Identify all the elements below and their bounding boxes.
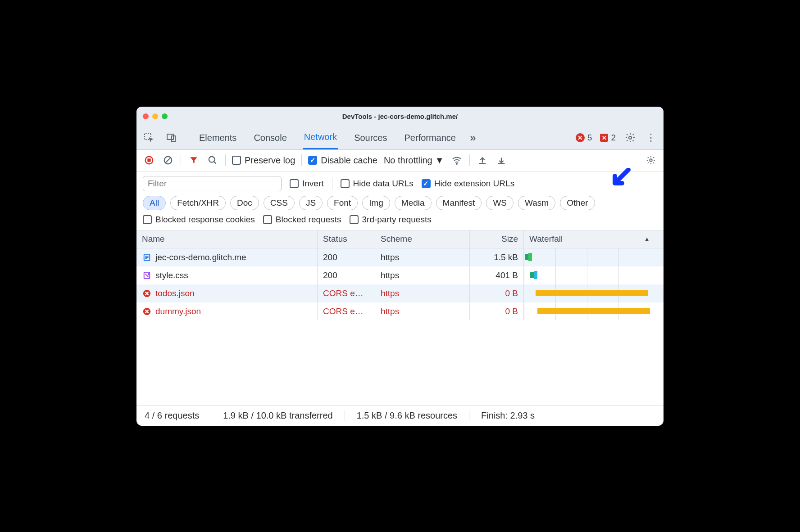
hide-ext-label: Hide extension URLs [434, 179, 514, 189]
table-row[interactable]: todos.jsonCORS e…https0 B [136, 284, 664, 302]
tab-console[interactable]: Console [253, 126, 287, 149]
disable-cache-checkbox[interactable]: Disable cache [308, 155, 377, 166]
table-row[interactable]: jec-cors-demo.glitch.me200https1.5 kB [136, 248, 664, 266]
cell-waterfall [524, 266, 664, 284]
svg-line-9 [214, 162, 216, 164]
filter-bar: Invert Hide data URLs Hide extension URL… [136, 171, 664, 230]
settings-icon[interactable] [624, 131, 636, 144]
svg-point-10 [456, 163, 457, 164]
col-size[interactable]: Size [470, 230, 524, 248]
status-finish: Finish: 2.93 s [481, 410, 535, 421]
throttling-select[interactable]: No throttling ▼ [384, 155, 444, 166]
tab-sources[interactable]: Sources [353, 126, 388, 149]
divider [332, 178, 332, 189]
hide-data-label: Hide data URLs [353, 179, 414, 189]
svg-rect-5 [147, 158, 150, 162]
type-filter-doc[interactable]: Doc [230, 196, 259, 210]
type-filter-wasm[interactable]: Wasm [518, 196, 555, 210]
col-waterfall[interactable]: Waterfall ▲ [524, 230, 664, 248]
cell-scheme: https [381, 271, 399, 280]
status-requests: 4 / 6 requests [145, 410, 199, 421]
preserve-log-checkbox[interactable]: Preserve log [232, 155, 295, 166]
col-scheme[interactable]: Scheme [375, 230, 470, 248]
table-row[interactable]: style.css200https401 B [136, 266, 664, 284]
zoom-window-button[interactable] [162, 113, 168, 119]
error-icon: ✕ [576, 133, 585, 142]
throttling-value: No throttling [384, 155, 432, 166]
upload-har-icon[interactable] [476, 154, 489, 167]
divider [469, 154, 470, 166]
filter-icon[interactable] [187, 154, 200, 167]
cell-size: 1.5 kB [494, 252, 518, 262]
table-row[interactable]: dummy.jsonCORS e…https0 B [136, 302, 664, 320]
download-har-icon[interactable] [495, 154, 508, 167]
network-toolbar: Preserve log Disable cache No throttling… [136, 150, 664, 171]
svg-point-3 [629, 136, 632, 139]
error-count: 5 [587, 133, 592, 143]
type-filter-other[interactable]: Other [560, 196, 595, 210]
svg-rect-1 [167, 134, 173, 140]
svg-line-7 [166, 158, 171, 163]
close-window-button[interactable] [143, 113, 149, 119]
type-filter-manifest[interactable]: Manifest [436, 196, 482, 210]
cell-size: 0 B [505, 289, 518, 298]
network-conditions-icon[interactable] [450, 154, 463, 167]
err-file-icon [142, 307, 152, 316]
divider [188, 132, 188, 144]
cell-scheme: https [381, 307, 399, 316]
tab-performance[interactable]: Performance [404, 126, 457, 149]
type-filter-css[interactable]: CSS [264, 196, 295, 210]
warning-count: 2 [611, 133, 616, 143]
more-tabs-icon[interactable]: » [467, 131, 479, 144]
titlebar: DevTools - jec-cors-demo.glitch.me/ [136, 107, 664, 126]
warning-badge[interactable]: ✕ 2 [600, 133, 616, 143]
chevron-down-icon: ▼ [435, 155, 444, 166]
svg-point-11 [650, 159, 652, 162]
cell-status: 200 [323, 271, 337, 280]
type-filter-ws[interactable]: WS [486, 196, 514, 210]
cell-scheme: https [381, 252, 399, 262]
type-filter-media[interactable]: Media [395, 196, 432, 210]
search-icon[interactable] [206, 154, 219, 167]
preserve-log-label: Preserve log [245, 155, 295, 166]
cell-name: style.css [155, 271, 188, 280]
col-name[interactable]: Name [136, 230, 318, 248]
inspect-element-icon[interactable] [143, 131, 155, 144]
cell-name: dummy.json [155, 307, 201, 316]
third-party-checkbox[interactable]: 3rd-party requests [350, 215, 432, 225]
device-toolbar-icon[interactable] [165, 131, 178, 144]
panel-settings-icon[interactable] [645, 154, 657, 167]
cell-size: 0 B [505, 307, 518, 316]
clear-icon[interactable] [162, 154, 174, 167]
type-filter-all[interactable]: All [143, 196, 166, 210]
blocked-requests-checkbox[interactable]: Blocked requests [263, 215, 341, 225]
error-badge[interactable]: ✕ 5 [576, 133, 592, 143]
type-filter-js[interactable]: JS [299, 196, 323, 210]
tab-network[interactable]: Network [303, 126, 338, 149]
filter-input[interactable] [143, 176, 282, 191]
hide-extension-urls-checkbox[interactable]: Hide extension URLs [422, 179, 514, 189]
third-party-label: 3rd-party requests [362, 215, 432, 225]
kebab-menu-icon[interactable]: ⋮ [645, 131, 657, 144]
traffic-lights [143, 113, 168, 119]
tab-elements[interactable]: Elements [198, 126, 237, 149]
divider [181, 154, 181, 166]
hide-data-urls-checkbox[interactable]: Hide data URLs [341, 179, 414, 189]
record-icon[interactable] [143, 154, 155, 167]
col-status[interactable]: Status [318, 230, 375, 248]
cell-name: jec-cors-demo.glitch.me [155, 252, 246, 262]
blocked-cookies-checkbox[interactable]: Blocked response cookies [143, 215, 255, 225]
divider [638, 154, 638, 166]
invert-checkbox[interactable]: Invert [290, 179, 324, 189]
cell-status: CORS e… [323, 307, 364, 316]
doc-file-icon [142, 252, 152, 262]
cell-waterfall [524, 302, 664, 320]
minimize-window-button[interactable] [152, 113, 158, 119]
type-filter-fetch-xhr[interactable]: Fetch/XHR [170, 196, 226, 210]
type-filter-font[interactable]: Font [327, 196, 358, 210]
blocked-requests-label: Blocked requests [276, 215, 341, 225]
invert-label: Invert [302, 179, 324, 189]
cell-name: todos.json [155, 289, 195, 298]
status-bar: 4 / 6 requests 1.9 kB / 10.0 kB transfer… [136, 405, 664, 426]
type-filter-img[interactable]: Img [362, 196, 390, 210]
